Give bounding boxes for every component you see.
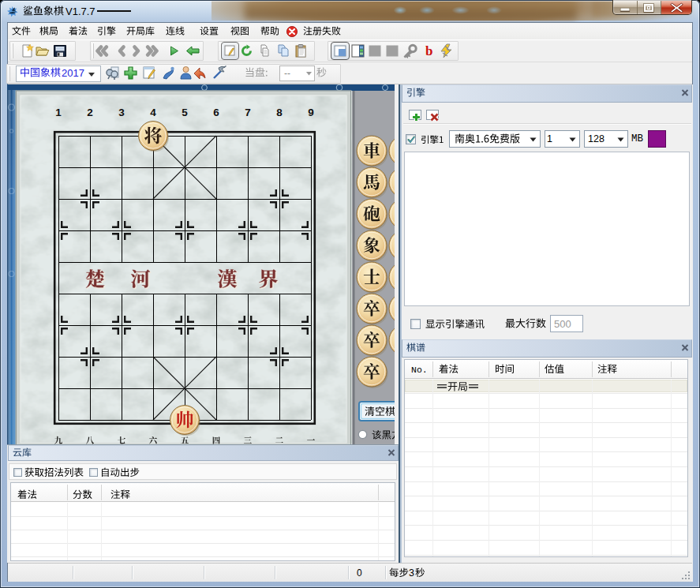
svg-text:6: 6 [213, 107, 219, 118]
svg-text:8: 8 [276, 107, 283, 118]
svg-text:4: 4 [150, 107, 156, 118]
svg-text:7: 7 [245, 107, 251, 118]
svg-text:9: 9 [308, 107, 314, 118]
svg-text:5: 5 [182, 107, 188, 118]
svg-text:3: 3 [118, 107, 125, 118]
svg-text:1: 1 [55, 107, 62, 118]
svg-text:2: 2 [87, 107, 93, 118]
